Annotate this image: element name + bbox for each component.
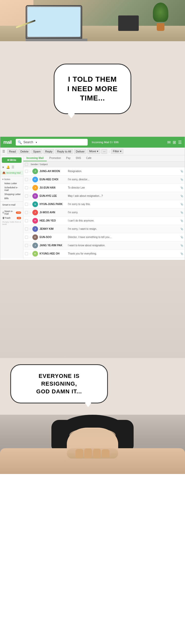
star-3[interactable]: ☆ [29, 186, 31, 189]
list-header-label: Sender / Subject [31, 163, 48, 166]
tab-pay[interactable]: Pay [63, 155, 73, 161]
table-row[interactable]: ☆ K KYUNG-HEE OH Thank you for everythin… [23, 250, 185, 258]
email-icons-10: 📎 [180, 244, 183, 247]
sidebar-smart-email[interactable]: Smart e-mail [0, 203, 23, 207]
star-5[interactable]: ☆ [29, 203, 31, 206]
tab-promotion[interactable]: Promotion [47, 155, 64, 161]
sidebar-scheduled[interactable]: Scheduled e-mail [0, 185, 23, 192]
tab-sns[interactable]: SNS [73, 155, 84, 161]
subject-6: I'm sorry. [68, 211, 179, 214]
deliver-button[interactable]: Deliver [74, 149, 86, 154]
email-checkbox-8[interactable] [25, 227, 28, 231]
email-icons-5: 📎 [180, 203, 183, 206]
sender-6: JI-WOO AHN [40, 211, 68, 214]
email-checkbox-5[interactable] [25, 203, 28, 206]
delete-button[interactable]: Delete [18, 149, 30, 154]
search-text: Search [23, 140, 33, 144]
table-row[interactable]: ☆ J JUNG-AH MOON Resignation. 📎 [23, 167, 185, 175]
star-icon[interactable]: ★ [2, 165, 5, 169]
menu-icon[interactable]: ☰ [178, 140, 182, 145]
table-row[interactable]: ☆ J JENNY KIM I'm sorry, I want to resig… [23, 225, 185, 233]
bell-icon[interactable]: 🔔 [6, 165, 10, 169]
desk-scene-panel [0, 0, 185, 41]
table-row[interactable]: ☆ E EUN-HYE LEE May I ask about resignat… [23, 192, 185, 200]
sidebar-incoming-label: Incoming Mail [6, 172, 21, 174]
reply-all-button[interactable]: Reply to All [55, 149, 73, 154]
email-checkbox-3[interactable] [25, 186, 28, 189]
trash-badge: 24 [17, 217, 21, 219]
email-checkbox-10[interactable] [25, 244, 28, 247]
shopping-label: Shopping Letter [2, 193, 21, 196]
tab-cafe[interactable]: Cafe [84, 155, 94, 161]
sidebar-bills[interactable]: Bills [0, 196, 23, 200]
star-10[interactable]: ☆ [29, 244, 31, 247]
star-1[interactable]: ☆ [29, 170, 31, 173]
sidebar-shopping[interactable]: Shopping Letter [0, 192, 23, 196]
list-icon[interactable]: ☰ [12, 165, 14, 169]
sidebar-trash[interactable]: 🗑 Trash 24 [0, 216, 23, 220]
email-checkbox-4[interactable] [25, 194, 28, 198]
envelope-icon[interactable]: ✉ [167, 140, 171, 145]
email-checkbox-11[interactable] [25, 252, 28, 255]
attachment-icon-9: 📎 [180, 236, 183, 239]
table-row[interactable]: ☆ J JU-EUN HAN To director Lee 📎 [23, 184, 185, 192]
spam-button[interactable]: Spam [31, 149, 42, 154]
more-button[interactable]: ··· [101, 149, 107, 154]
email-icons-11: 📎 [180, 252, 183, 255]
subject-7: I can't do this anymore. [68, 219, 179, 222]
move-button[interactable]: Move ▾ [87, 149, 100, 154]
table-row[interactable]: ☆ E EUN-HEE CHOI I'm sorry, director... … [23, 175, 185, 184]
grid-icon[interactable]: ⊞ [173, 140, 176, 145]
star-11[interactable]: ☆ [29, 252, 31, 255]
select-all-checkbox[interactable] [25, 163, 28, 166]
email-search-bar[interactable]: 🔍 Search ▾ [16, 139, 88, 146]
table-row[interactable]: ☆ H HEE-JIN YEO I can't do this anymore.… [23, 217, 185, 225]
subject-11: Thank you for everything. [68, 252, 179, 255]
subject-2: I'm sorry, director... [68, 178, 179, 181]
star-8[interactable]: ☆ [29, 227, 31, 230]
table-row[interactable]: ☆ H HYUN-JUNG PARK I'm sorry to say this… [23, 200, 185, 208]
email-logo: mail [3, 140, 12, 145]
read-button[interactable]: Read [7, 149, 17, 154]
table-row[interactable]: ☆ J JI-WOO AHN I'm sorry. 📎 [23, 208, 185, 217]
sidebar-notes-letter[interactable]: Notes Letter [0, 181, 23, 185]
avatar-3: J [32, 185, 38, 191]
sidebar-divider-3 [0, 208, 23, 208]
star-4[interactable]: ☆ [29, 194, 31, 197]
email-checkbox-2[interactable] [25, 178, 28, 181]
table-row[interactable]: ☆ J JANG YE-RIM PAK I want to know about… [23, 241, 185, 250]
sidebar-spam[interactable]: ⊙ Spam e-mail 394 [0, 209, 23, 216]
star-6[interactable]: ☆ [29, 211, 31, 214]
sidebar-item-incoming[interactable]: 📥 Incoming Mail [0, 171, 23, 175]
email-icons-2: 📎 [180, 178, 183, 181]
subject-3: To director Lee [68, 186, 179, 189]
email-tabs-row: Incoming Mail Promotion Pay SNS Cafe [23, 155, 185, 162]
star-2[interactable]: ☆ [29, 178, 31, 181]
star-9[interactable]: ☆ [29, 236, 31, 239]
attachment-icon-7: 📎 [180, 219, 183, 222]
email-checkbox-1[interactable] [25, 170, 28, 173]
spam-folder-icon: ⊙ [2, 211, 4, 214]
avatar-1: J [32, 168, 38, 174]
email-checkbox-9[interactable] [25, 236, 28, 239]
filter-button[interactable]: Filter ▾ [111, 149, 123, 154]
spam-badge: 394 [16, 211, 21, 214]
plant-leaves [153, 3, 168, 22]
attachment-icon-8: 📎 [180, 228, 183, 230]
sender-5: HYUN-JUNG PARK [40, 203, 68, 206]
email-checkbox-7[interactable] [25, 219, 28, 222]
sender-7: HEE-JIN YEO [40, 219, 68, 222]
star-7[interactable]: ☆ [29, 219, 31, 222]
table-row[interactable]: ☆ E EUN-SOO Director, I have something t… [23, 233, 185, 241]
compose-button[interactable]: ✉ Write [2, 157, 22, 163]
tab-incoming-mail[interactable]: Incoming Mail [23, 155, 47, 161]
sidebar-extra[interactable]: Hungry mails from a bede [0, 220, 23, 226]
email-topbar: mail 🔍 Search ▾ Incoming Mail 0 / 696 ✉ … [0, 137, 185, 148]
search-arrow: ▾ [36, 141, 37, 144]
reply-button[interactable]: Reply [43, 149, 54, 154]
email-checkbox-6[interactable] [25, 211, 28, 214]
table-row[interactable]: ☆ G GA-YUNG AHN I want to know about res… [23, 258, 185, 258]
speech-bubble-2: EVERYONE IS RESIGNING,GOD DAMN IT... [10, 364, 108, 403]
hamburger-icon[interactable]: ☰ [2, 150, 5, 153]
sender-8: JENNY KIM [40, 227, 68, 230]
